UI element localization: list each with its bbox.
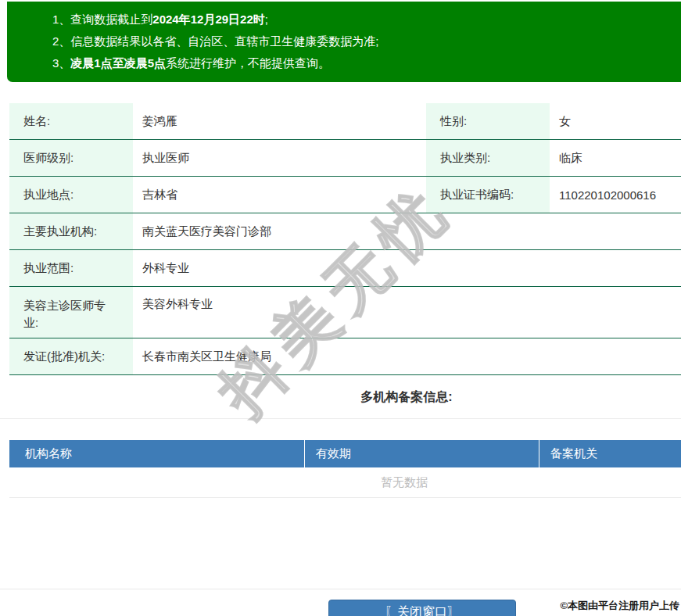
gender-label: 性别: <box>426 103 550 139</box>
close-window-button[interactable]: 〖关闭窗口〗 <box>328 600 516 616</box>
doctor-level-label: 医师级别: <box>9 140 133 176</box>
notice-num: 2、 <box>52 34 70 48</box>
name-value: 姜鸿雁 <box>133 103 426 139</box>
doctor-level-value: 执业医师 <box>133 140 426 176</box>
certificate-number-label: 执业证书编码: <box>426 177 550 213</box>
practice-location-label: 执业地点: <box>9 177 133 213</box>
table-row-location-certno: 执业地点: 吉林省 执业证书编码: 110220102000616 <box>9 177 681 213</box>
notice-banner: 1、查询数据截止到2024年12月29日22时; 2、信息数据结果以各省、自治区… <box>7 2 681 82</box>
table-row-practice-scope: 执业范围: 外科专业 <box>9 250 681 287</box>
practice-scope-value: 外科专业 <box>133 250 681 286</box>
notice-line-1: 1、查询数据截止到2024年12月29日22时; <box>52 9 681 30</box>
table-row-issuing-authority: 发证(批准)机关: 长春市南关区卫生健康局 <box>9 338 681 375</box>
name-label: 姓名: <box>9 103 133 139</box>
profile-table: 姓名: 姜鸿雁 性别: 女 医师级别: 执业医师 执业类别: 临床 执业地点: … <box>9 103 681 375</box>
table-row-name-gender: 姓名: 姜鸿雁 性别: 女 <box>9 103 681 140</box>
notice-line-2: 2、信息数据结果以各省、自治区、直辖市卫生健康委数据为准; <box>52 30 681 52</box>
certificate-number-value: 110220102000616 <box>550 177 681 213</box>
practice-location-value: 吉林省 <box>133 177 426 213</box>
records-table: 机构名称 有效期 备案机关 暂无数据 <box>9 440 681 498</box>
empty-data-text: 暂无数据 <box>9 467 681 498</box>
multi-institution-section-title: 多机构备案信息: <box>0 389 681 406</box>
main-institution-value: 南关蓝天医疗美容门诊部 <box>133 213 681 249</box>
table-row-level-category: 医师级别: 执业医师 执业类别: 临床 <box>9 140 681 177</box>
issuing-authority-label: 发证(批准)机关: <box>9 338 133 374</box>
section-divider <box>0 418 681 419</box>
practice-category-value: 临床 <box>550 140 681 176</box>
column-header-institution-name: 机构名称 <box>9 440 305 467</box>
issuing-authority-value: 长春市南关区卫生健康局 <box>133 338 681 374</box>
column-header-record-authority: 备案机关 <box>539 440 681 467</box>
practice-scope-label: 执业范围: <box>9 250 133 286</box>
page-container: 1、查询数据截止到2024年12月29日22时; 2、信息数据结果以各省、自治区… <box>0 2 681 616</box>
practice-category-label: 执业类别: <box>426 140 550 176</box>
table-row-main-institution: 主要执业机构: 南关蓝天医疗美容门诊部 <box>9 213 681 250</box>
cosmetic-specialty-label: 美容主诊医师专业: <box>9 287 133 338</box>
notice-num: 3、 <box>52 56 70 70</box>
gender-value: 女 <box>550 103 681 139</box>
records-table-header: 机构名称 有效期 备案机关 <box>9 440 681 467</box>
notice-line-3: 3、凌晨1点至凌晨5点系统进行维护，不能提供查询。 <box>52 52 681 74</box>
footer-divider <box>0 589 681 589</box>
notice-num: 1、 <box>52 13 70 26</box>
upload-credit-text: ©本图由平台注册用户上传 <box>560 599 679 613</box>
main-institution-label: 主要执业机构: <box>9 213 133 249</box>
column-header-validity-period: 有效期 <box>305 440 539 467</box>
table-row-cosmetic-specialty: 美容主诊医师专业: 美容外科专业 <box>9 287 681 338</box>
cosmetic-specialty-value: 美容外科专业 <box>133 287 681 338</box>
